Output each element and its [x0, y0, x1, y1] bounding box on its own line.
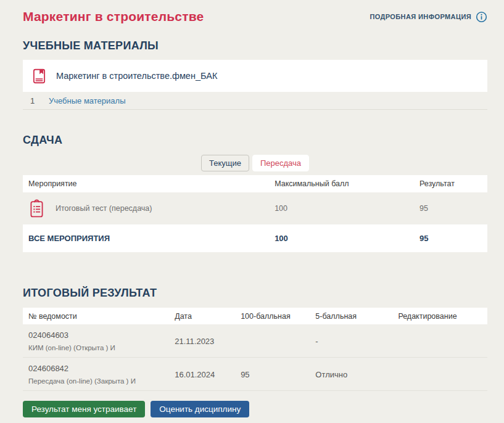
submission-tabs: Текущие Пересдача [23, 155, 487, 171]
action-buttons: Результат меня устраивает Оценить дисцип… [23, 401, 487, 417]
tab-current[interactable]: Текущие [201, 155, 249, 171]
page-title: Маркетинг в строительстве [23, 9, 204, 24]
all-events-result: 95 [419, 234, 487, 243]
final-result-heading: ИТОГОВЫЙ РЕЗУЛЬТАТ [23, 287, 487, 300]
info-icon [476, 11, 487, 23]
column-event: Мероприятие [23, 179, 275, 188]
materials-heading: УЧЕБНЫЕ МАТЕРИАЛЫ [23, 39, 487, 52]
sheet-type: Пересдача (on-line) (Закрыта ) И [28, 377, 175, 385]
accept-result-button[interactable]: Результат меня устраивает [23, 401, 145, 417]
book-icon [31, 68, 48, 84]
course-file-card[interactable]: Маркетинг в строительстве.фмен_БАК [23, 60, 487, 92]
detailed-info-link[interactable]: ПОДРОБНАЯ ИНФОРМАЦИЯ [370, 11, 487, 23]
sheet-number: 024064603 [28, 331, 175, 340]
final-result-table: № ведомости Дата 100-балльная 5-балльная… [23, 308, 487, 391]
sheet-number: 024606842 [28, 364, 175, 373]
course-file-title: Маркетинг в строительстве.фмен_БАК [56, 71, 217, 81]
final-table-header: № ведомости Дата 100-балльная 5-балльная… [23, 308, 487, 324]
score-100: 95 [241, 370, 315, 379]
column-100-scale: 100-балльная [241, 312, 315, 321]
submission-table: Мероприятие Максимальный балл Результат [23, 175, 487, 252]
materials-row-number: 1 [23, 96, 49, 105]
column-5-scale: 5-балльная [315, 312, 398, 321]
submission-table-header: Мероприятие Максимальный балл Результат [23, 175, 487, 192]
materials-row-link[interactable]: Учебные материалы [49, 96, 126, 105]
event-name: Итоговый тест (пересдача) [56, 204, 152, 213]
page-header: Маркетинг в строительстве ПОДРОБНАЯ ИНФО… [23, 0, 487, 24]
column-result: Результат [419, 179, 487, 188]
column-editing: Редактирование [398, 312, 487, 321]
tab-retake[interactable]: Пересдача [252, 155, 309, 171]
submission-heading: СДАЧА [23, 134, 487, 147]
detailed-info-label: ПОДРОБНАЯ ИНФОРМАЦИЯ [370, 13, 471, 20]
course-page: Маркетинг в строительстве ПОДРОБНАЯ ИНФО… [0, 0, 504, 417]
all-events-max-score: 100 [275, 234, 419, 243]
table-row: 024064603 КИМ (on-line) (Открыта ) И 21.… [23, 324, 487, 358]
column-max-score: Максимальный балл [275, 179, 419, 188]
sheet-date: 16.01.2024 [175, 370, 241, 379]
clipboard-icon [28, 199, 45, 218]
score-5: - [315, 337, 398, 346]
event-result: 95 [419, 204, 487, 213]
column-date: Дата [175, 312, 241, 321]
event-max-score: 100 [275, 204, 419, 213]
column-sheet-number: № ведомости [23, 312, 175, 321]
table-row: 024606842 Пересдача (on-line) (Закрыта )… [23, 358, 487, 391]
score-5: Отлично [315, 370, 398, 379]
all-events-label: ВСЕ МЕРОПРИЯТИЯ [23, 234, 275, 243]
sheet-date: 21.11.2023 [175, 337, 241, 346]
sheet-type: КИМ (on-line) (Открыта ) И [28, 344, 175, 351]
materials-list-row: 1 Учебные материалы [23, 92, 487, 110]
table-row: Итоговый тест (пересдача) 100 95 [23, 192, 487, 224]
all-events-row: ВСЕ МЕРОПРИЯТИЯ 100 95 [23, 224, 487, 252]
rate-discipline-button[interactable]: Оценить дисциплину [151, 401, 249, 417]
